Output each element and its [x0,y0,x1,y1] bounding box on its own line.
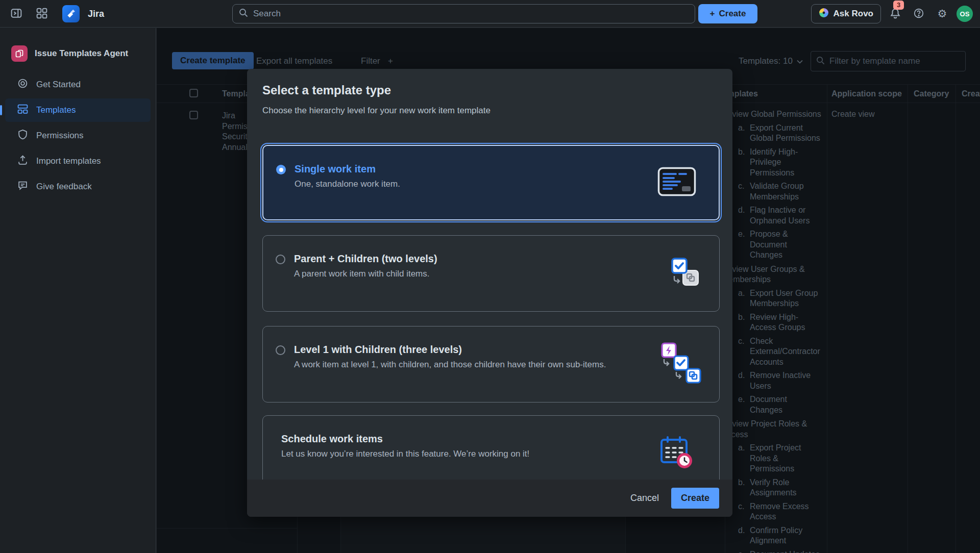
rovo-icon [819,8,829,20]
notification-badge: 3 [893,1,904,10]
sidebar: Issue Templates Agent Get Started Templa… [0,28,156,553]
dialog-body: Single work item One, standalone work it… [247,127,732,480]
avatar[interactable]: OS [957,6,973,22]
option-single-work-item[interactable]: Single work item One, standalone work it… [262,145,720,220]
sidebar-item-permissions[interactable]: Permissions [5,124,151,147]
ask-rovo-button[interactable]: Ask Rovo [811,4,881,23]
agent-title: Issue Templates Agent [35,48,128,59]
sidebar-item-get-started[interactable]: Get Started [5,73,151,96]
feedback-bubble-icon [17,180,28,193]
option-schedule-work-items[interactable]: Schedule work items Let us know you’re i… [262,415,720,480]
search-input[interactable] [253,9,689,19]
dialog-footer: Cancel Create [247,480,732,517]
three-level-hierarchy-icon [658,342,705,386]
single-work-item-icon [657,167,696,198]
settings-button[interactable]: ⚙ [933,5,951,23]
plus-icon: + [710,9,715,19]
collapse-sidebar-button[interactable] [7,5,26,23]
sidebar-item-give-feedback[interactable]: Give feedback [5,175,151,198]
option-title: Parent + Children (two levels) [294,253,437,265]
sidebar-item-templates[interactable]: Templates [5,98,151,122]
radio-unselected[interactable] [276,255,285,264]
radio-unselected[interactable] [276,345,285,355]
shield-icon [17,129,28,142]
agent-header: Issue Templates Agent [0,28,156,62]
help-button[interactable] [910,5,928,23]
search-icon [239,8,248,19]
app-switcher-icon [36,8,47,20]
jira-logo-icon[interactable] [62,5,80,22]
option-description: A parent work item with child items. [294,269,437,279]
teaser-description: Let us know you’re interested in this fe… [281,449,529,459]
cancel-button[interactable]: Cancel [623,488,666,509]
option-title: Level 1 with Children (three levels) [294,344,606,356]
collapse-sidebar-icon [11,8,22,20]
select-template-type-dialog: Select a template type Choose the hierar… [247,69,732,517]
upload-icon [17,155,28,168]
two-level-hierarchy-icon [669,258,701,289]
create-button[interactable]: + Create [698,4,757,23]
option-parent-children[interactable]: Parent + Children (two levels) A parent … [262,235,720,312]
issue-templates-agent-icon [11,45,28,62]
create-confirm-button[interactable]: Create [671,488,719,509]
teaser-title: Schedule work items [281,433,529,445]
option-description: A work item at level 1, with children, a… [294,360,606,370]
gear-icon: ⚙ [938,9,947,19]
calendar-clock-icon [659,435,694,472]
dialog-subtitle: Choose the hierarchy level for your new … [262,106,491,116]
radio-selected[interactable] [276,165,286,174]
option-title: Single work item [295,163,400,175]
app-name: Jira [88,9,104,19]
dialog-title: Select a template type [262,83,391,97]
help-icon [913,8,924,20]
app-switcher-button[interactable] [33,5,51,23]
option-level1-with-children[interactable]: Level 1 with Children (three levels) A w… [262,326,720,403]
topbar: Jira + Create Ask Rovo [0,0,980,28]
global-search[interactable] [232,4,695,23]
templates-icon [17,104,28,117]
lifebuoy-icon [17,78,28,91]
option-description: One, standalone work item. [295,179,400,189]
sidebar-item-import-templates[interactable]: Import templates [5,149,151,173]
